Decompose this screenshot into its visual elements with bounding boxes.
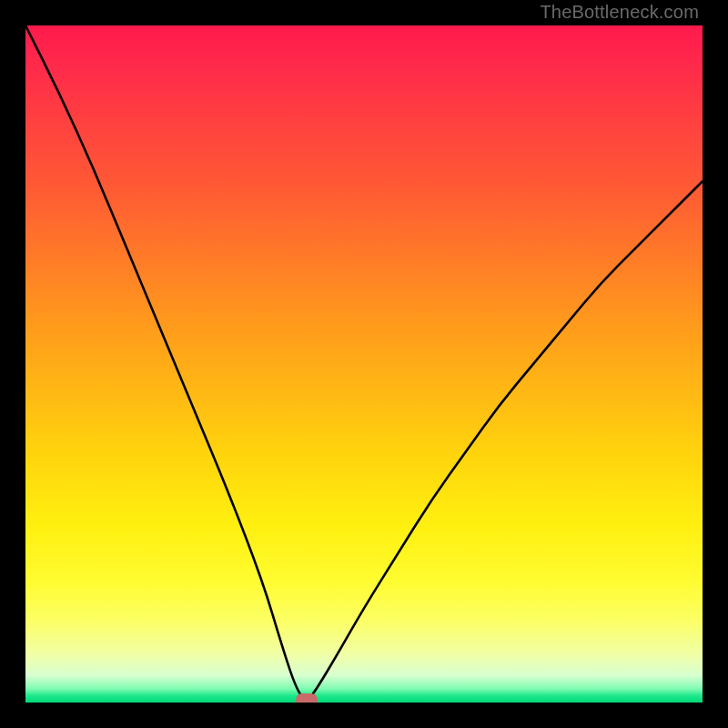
watermark-text: TheBottleneck.com — [540, 2, 699, 23]
plot-area — [25, 25, 703, 703]
optimal-marker — [296, 693, 318, 703]
bottleneck-curve — [25, 25, 703, 703]
